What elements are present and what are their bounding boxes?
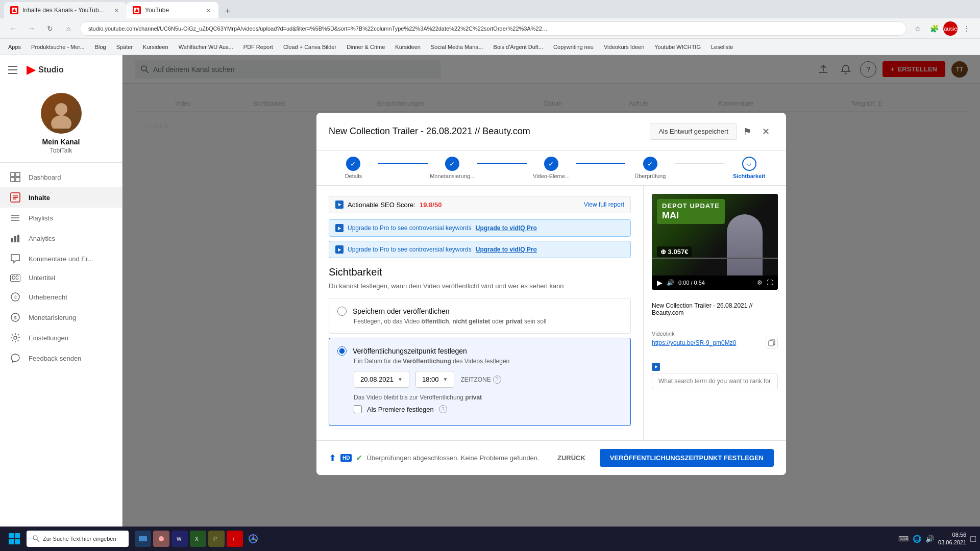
cload-bookmark[interactable]: Cload + Canva Bilder: [279, 43, 340, 51]
close-modal-button[interactable]: ✕: [757, 123, 774, 140]
taskbar-app-1[interactable]: [135, 531, 151, 547]
monetarisierung-icon: $: [10, 312, 20, 322]
search-rank-input[interactable]: [652, 373, 778, 389]
taskbar-app-3[interactable]: W: [172, 531, 188, 547]
forward-nav-btn[interactable]: →: [24, 21, 39, 36]
view-full-report-link[interactable]: View full report: [584, 201, 624, 208]
new-tab-button[interactable]: +: [220, 4, 235, 18]
step-uberprofung[interactable]: ✓ Überprüfung: [625, 157, 675, 179]
flag-button[interactable]: ⚑: [743, 126, 751, 137]
sidebar-item-analytics[interactable]: Analytics: [0, 228, 122, 248]
reload-btn[interactable]: ↻: [43, 21, 57, 36]
publish-button[interactable]: VERÖFFENTLICHUNGSZEITPUNKT FESTLEGEN: [600, 449, 774, 467]
timezone-info-icon[interactable]: ?: [493, 375, 501, 384]
private-note: Das Video bleibt bis zur Veröffentlichun…: [354, 394, 622, 401]
taskbar-search-text: Zur Suche Text hier eingeben: [43, 536, 116, 542]
step-details-label: Details: [345, 173, 362, 179]
sidebar-item-untertitel[interactable]: CC Untertitel: [0, 269, 122, 287]
address-bar: ← → ↻ ⌂ studio.youtube.com/channel/UC6N5…: [0, 18, 980, 39]
sidebar-item-feedback[interactable]: Feedback senden: [0, 348, 122, 368]
radio-card-schedule[interactable]: Veröffentlichungszeitpunkt festlegen Ein…: [329, 338, 631, 426]
tab-inactive[interactable]: Inhalte des Kanals - YouTube St... ✕: [4, 2, 127, 18]
copywriting-bookmark[interactable]: Copywriting neu: [549, 43, 598, 51]
menu-btn[interactable]: ⋮: [960, 21, 974, 36]
sidebar-item-playlists[interactable]: Playlists: [0, 208, 122, 228]
video-url-link[interactable]: https://youtu.be/SR-9_pm0Mz0: [652, 339, 736, 346]
taskbar-app-5[interactable]: P: [208, 531, 225, 547]
taskbar-chrome-icon[interactable]: [245, 531, 261, 547]
taskbar-app-4[interactable]: X: [190, 531, 206, 547]
sidebar-header: ▶ Studio: [0, 55, 122, 85]
star-icon[interactable]: ☆: [911, 21, 925, 36]
volume-button[interactable]: 🔊: [667, 279, 674, 286]
notification-area[interactable]: □: [970, 534, 976, 544]
taskbar-app-6[interactable]: ↑: [227, 531, 243, 547]
social-bookmark[interactable]: Social Media Mana...: [427, 43, 487, 51]
taskbar-search[interactable]: Zur Suche Text hier eingeben: [27, 531, 129, 547]
videokurs-bookmark[interactable]: Videokurs Ideen: [600, 43, 648, 51]
premiere-help-icon[interactable]: ?: [439, 405, 447, 413]
settings-button[interactable]: ⚙: [757, 279, 763, 286]
taskbar-time-display[interactable]: 08:56 03.06.2021: [938, 531, 966, 547]
network-icon[interactable]: 🌐: [913, 535, 921, 543]
radio-card-publish[interactable]: Speichern oder veröffentlichen Festlegen…: [329, 298, 631, 334]
time-picker[interactable]: 18:00 ▼: [415, 371, 454, 388]
radio-input-publish[interactable]: [337, 307, 347, 316]
kursideen2-bookmark[interactable]: Kursideen: [391, 43, 425, 51]
copy-link-button[interactable]: [766, 337, 778, 349]
save-draft-button[interactable]: Als Entwurf gespeichert: [650, 123, 737, 140]
pdf-bookmark[interactable]: PDF Report: [239, 43, 277, 51]
step-details[interactable]: ✓ Details: [329, 157, 378, 179]
volume-icon[interactable]: 🔊: [925, 535, 934, 543]
step-sichtbarkeit[interactable]: ○ Sichtbarkeit: [724, 157, 774, 179]
date-chevron-icon: ▼: [398, 377, 403, 382]
radio-input-schedule[interactable]: [337, 346, 347, 356]
step-connector-3: [576, 163, 625, 164]
produktsuche-bookmark[interactable]: Produktsuche - Mer...: [27, 43, 89, 51]
sidebar-item-einstellungen[interactable]: Einstellungen: [0, 328, 122, 348]
play-button[interactable]: ▶: [657, 279, 663, 287]
step-video-elemente[interactable]: ✓ Video-Eleme...: [527, 157, 576, 179]
back-button[interactable]: ZURÜCK: [549, 449, 594, 467]
blog-bookmark[interactable]: Blog: [91, 43, 110, 51]
leseliste-bookmark[interactable]: Leseliste: [707, 43, 737, 51]
untertitel-label: Untertitel: [29, 274, 55, 282]
dinner-bookmark[interactable]: Dinner & Crime: [342, 43, 389, 51]
taskbar-app-2[interactable]: [153, 531, 169, 547]
video-progress-bar[interactable]: [652, 258, 778, 259]
wahlfacher-bookmark[interactable]: Wahlfächer WU Aus...: [175, 43, 237, 51]
upgrade-link-1[interactable]: Upgrade to vidIQ Pro: [476, 224, 537, 232]
vidiq-icon-1: ▶: [335, 224, 344, 232]
sidebar-item-urheberrecht[interactable]: © Urheberrecht: [0, 287, 122, 307]
step-uberprofung-label: Überprüfung: [634, 173, 666, 179]
footer-status: ⬆ HD ✔ Überprüfungen abgeschlossen. Kein…: [329, 453, 540, 464]
youtube-wichtig-bookmark[interactable]: Youtube WICHTIG: [650, 43, 705, 51]
apps-bookmark[interactable]: Apps: [4, 43, 25, 51]
start-button[interactable]: [4, 529, 24, 549]
kursideen-bookmark[interactable]: Kursideen: [139, 43, 173, 51]
back-nav-btn[interactable]: ←: [6, 21, 20, 36]
extension-icon[interactable]: 🧩: [927, 21, 941, 36]
url-bar[interactable]: studio.youtube.com/channel/UC6N5u-OiGz_u…: [80, 21, 906, 36]
hamburger-menu[interactable]: [8, 64, 20, 76]
sidebar-item-dashboard[interactable]: Dashboard: [0, 167, 122, 187]
radio-label-publish: Speichern oder veröffentlichen: [353, 307, 450, 315]
home-btn[interactable]: ⌂: [61, 21, 76, 36]
sidebar-item-inhalte[interactable]: Inhalte: [0, 187, 122, 208]
tab-close-1[interactable]: ✕: [112, 6, 120, 14]
bois-bookmark[interactable]: Bois d'Argent Duft...: [489, 43, 547, 51]
tab-active[interactable]: YouTube ✕: [127, 2, 218, 18]
upgrade-link-2[interactable]: Upgrade to vidIQ Pro: [476, 246, 537, 253]
sidebar-item-kommentare[interactable]: Kommentare und Er...: [0, 248, 122, 269]
keyboard-icon[interactable]: ⌨: [898, 535, 909, 543]
date-picker[interactable]: 20.08.2021 ▼: [354, 371, 409, 388]
channel-name: Mein Kanal: [42, 138, 80, 146]
svg-point-22: [14, 336, 17, 339]
premiere-checkbox[interactable]: [354, 405, 362, 413]
profile-btn[interactable]: Pausiert: [943, 21, 958, 36]
sidebar-item-monetarisierung[interactable]: $ Monetarisierung: [0, 307, 122, 328]
step-monetarisierung[interactable]: ✓ Monetarisierung...: [428, 157, 477, 179]
tab-close-2[interactable]: ✕: [204, 6, 212, 14]
spaeter-bookmark[interactable]: Später: [112, 43, 137, 51]
fullscreen-button[interactable]: ⛶: [767, 279, 773, 286]
